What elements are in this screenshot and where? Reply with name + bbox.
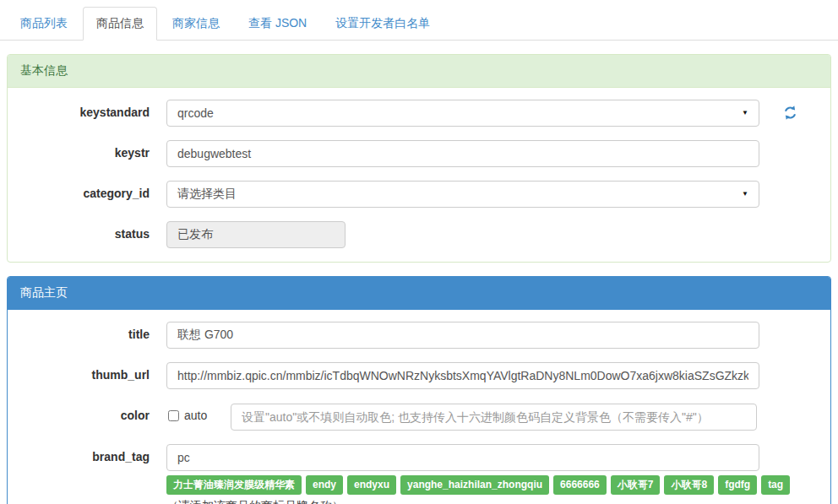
thumb-url-label: thumb_url bbox=[8, 362, 150, 382]
keystandard-row: keystandard qrcode ▼ bbox=[8, 100, 830, 127]
thumb-url-input[interactable] bbox=[166, 362, 759, 389]
keystandard-label: keystandard bbox=[8, 100, 150, 119]
status-label: status bbox=[8, 221, 150, 241]
tab-merchant-info-label[interactable]: 商家信息 bbox=[159, 7, 233, 41]
brand-tag-item[interactable]: 力士菁油臻润发膜级精华素 bbox=[166, 475, 302, 495]
status-row: status bbox=[8, 221, 830, 248]
product-homepage-panel-title: 商品主页 bbox=[8, 277, 830, 310]
brand-tag-help: （请添加该商品的商标品牌名称） bbox=[166, 499, 830, 504]
chevron-down-icon: ▼ bbox=[742, 191, 748, 198]
brand-tag-row: brand_tag 力士菁油臻润发膜级精华素endyendyxuyanghe_h… bbox=[8, 444, 830, 504]
tab-bar: 商品列表 商品信息 商家信息 查看 JSON 设置开发者白名单 bbox=[0, 7, 838, 41]
tab-developer-whitelist[interactable]: 设置开发者白名单 bbox=[322, 7, 443, 41]
product-homepage-panel: 商品主页 title thumb_url color auto bra bbox=[7, 276, 831, 504]
auto-color-checkbox[interactable] bbox=[168, 410, 179, 421]
category-id-row: category_id 请选择类目 ▼ bbox=[8, 181, 830, 208]
category-id-label: category_id bbox=[8, 181, 150, 200]
brand-tag-item[interactable]: 小耿哥7 bbox=[611, 475, 661, 495]
keystandard-select[interactable]: qrcode ▼ bbox=[166, 100, 759, 127]
keystr-row: keystr bbox=[8, 140, 830, 167]
auto-color-option: auto bbox=[166, 403, 231, 422]
tab-product-list[interactable]: 商品列表 bbox=[7, 7, 81, 41]
brand-tag-list: 力士菁油臻润发膜级精华素endyendyxuyanghe_haizhilan_z… bbox=[166, 475, 830, 498]
color-row: color auto bbox=[8, 403, 830, 431]
refresh-icon bbox=[783, 110, 797, 122]
color-input[interactable] bbox=[231, 404, 757, 431]
color-label: color bbox=[8, 403, 150, 422]
title-label: title bbox=[8, 322, 150, 341]
brand-tag-item[interactable]: 6666666 bbox=[553, 475, 607, 495]
refresh-button[interactable] bbox=[783, 106, 797, 120]
tab-product-list-label[interactable]: 商品列表 bbox=[7, 7, 81, 41]
brand-tag-item[interactable]: fgdfg bbox=[718, 475, 757, 495]
keystr-label: keystr bbox=[8, 140, 150, 160]
keystr-input[interactable] bbox=[166, 140, 759, 167]
category-id-selected-value: 请选择类目 bbox=[177, 187, 237, 202]
basic-info-panel-title: 基本信息 bbox=[8, 55, 830, 88]
basic-info-panel-body: keystandard qrcode ▼ bbox=[8, 88, 830, 262]
tab-product-info-label[interactable]: 商品信息 bbox=[83, 7, 157, 41]
title-input[interactable] bbox=[166, 322, 759, 349]
chevron-down-icon: ▼ bbox=[742, 110, 748, 117]
tab-developer-whitelist-label[interactable]: 设置开发者白名单 bbox=[322, 7, 443, 41]
thumb-url-row: thumb_url bbox=[8, 362, 830, 389]
status-input bbox=[166, 221, 346, 248]
tab-view-json[interactable]: 查看 JSON bbox=[235, 7, 320, 41]
brand-tag-label: brand_tag bbox=[8, 444, 150, 463]
tab-merchant-info[interactable]: 商家信息 bbox=[159, 7, 233, 41]
product-homepage-panel-body: title thumb_url color auto brand_tag bbox=[8, 310, 830, 504]
brand-tag-item[interactable]: yanghe_haizhilan_zhongqiu bbox=[400, 475, 549, 495]
title-row: title bbox=[8, 322, 830, 349]
brand-tag-item[interactable]: 小耿哥8 bbox=[664, 475, 714, 495]
tab-view-json-label[interactable]: 查看 JSON bbox=[235, 7, 320, 41]
tab-product-info[interactable]: 商品信息 bbox=[83, 7, 157, 41]
brand-tag-input[interactable] bbox=[166, 444, 759, 471]
auto-color-checkbox-label: auto bbox=[184, 409, 207, 422]
brand-tag-item[interactable]: tag bbox=[761, 475, 790, 495]
category-id-select[interactable]: 请选择类目 ▼ bbox=[166, 181, 759, 208]
basic-info-panel: 基本信息 keystandard qrcode ▼ bbox=[7, 54, 831, 263]
keystandard-selected-value: qrcode bbox=[177, 106, 214, 120]
brand-tag-item[interactable]: endy bbox=[306, 475, 343, 495]
brand-tag-item[interactable]: endyxu bbox=[347, 475, 396, 495]
